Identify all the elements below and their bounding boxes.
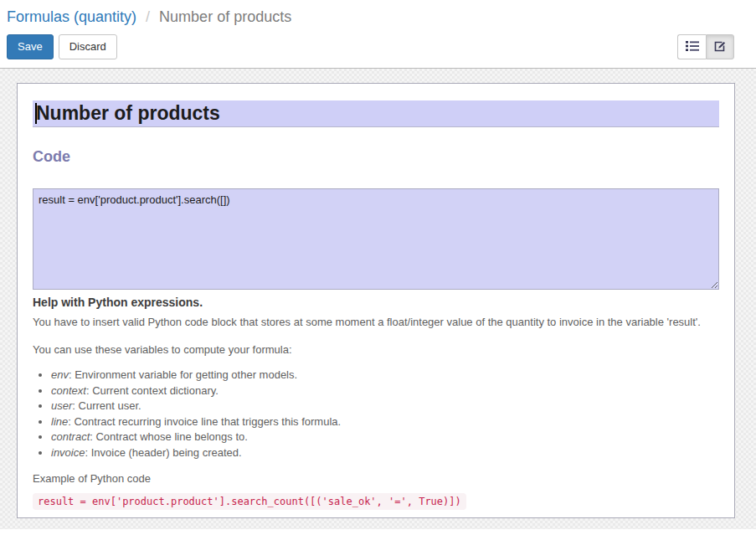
view-switcher	[677, 34, 734, 59]
odoo-backend-screen: Formulas (quantity) / Number of products…	[0, 0, 756, 529]
list-item: line: Contract recurring invoice line th…	[51, 416, 719, 428]
record-title-input[interactable]	[33, 100, 719, 127]
list-item: contract: Contract whose line belongs to…	[51, 431, 719, 443]
list-view-button[interactable]	[677, 34, 706, 59]
list-item: env: Environment variable for getting ot…	[51, 369, 719, 381]
variable-description: : Contract whose line belongs to.	[90, 430, 248, 443]
example-label: Example of Python code	[33, 472, 719, 485]
variable-description: : Current context dictionary.	[86, 384, 219, 397]
list-item: user: Current user.	[51, 400, 719, 412]
control-panel: Formulas (quantity) / Number of products…	[0, 0, 756, 69]
variable-name: context	[51, 384, 86, 397]
form-view-button[interactable]	[706, 34, 734, 59]
list-item: context: Current context dictionary.	[51, 385, 719, 397]
example-code-snippet: result = env['product.product'].search_c…	[33, 493, 466, 510]
section-heading-code: Code	[33, 148, 719, 166]
help-intro: You have to insert valid Python code blo…	[33, 315, 719, 331]
help-heading: Help with Python expressions.	[33, 296, 719, 309]
save-button[interactable]: Save	[7, 34, 54, 59]
list-icon	[686, 40, 699, 54]
variables-list: env: Environment variable for getting ot…	[51, 369, 719, 459]
breadcrumb-separator: /	[146, 8, 150, 25]
breadcrumb-current: Number of products	[159, 8, 291, 25]
help-variables-label: You can use these variables to compute y…	[33, 342, 719, 358]
variable-name: env	[51, 368, 69, 381]
edit-pencil-icon	[713, 39, 727, 55]
variable-name: invoice	[51, 446, 85, 459]
help-block: Help with Python expressions. You have t…	[33, 296, 719, 510]
variable-description: : Invoice (header) being created.	[85, 446, 241, 459]
breadcrumb: Formulas (quantity) / Number of products	[0, 0, 756, 33]
toolbar: Save Discard	[0, 33, 756, 59]
variable-name: user	[51, 399, 72, 412]
form-sheet: Code result = env['product.product'].sea…	[17, 83, 735, 518]
code-textarea[interactable]: result = env['product.product'].search([…	[33, 188, 719, 290]
variable-name: line	[51, 415, 68, 428]
breadcrumb-parent-link[interactable]: Formulas (quantity)	[7, 8, 136, 25]
variable-description: : Environment variable for getting other…	[69, 368, 297, 381]
variable-description: : Current user.	[72, 399, 141, 412]
record-title-field-wrap	[33, 100, 719, 127]
form-view-background: Code result = env['product.product'].sea…	[0, 69, 756, 529]
discard-button[interactable]: Discard	[59, 34, 117, 59]
variable-description: : Contract recurring invoice line that t…	[68, 415, 341, 428]
variable-name: contract	[51, 430, 90, 443]
text-caret	[35, 103, 37, 124]
list-item: invoice: Invoice (header) being created.	[51, 447, 719, 459]
